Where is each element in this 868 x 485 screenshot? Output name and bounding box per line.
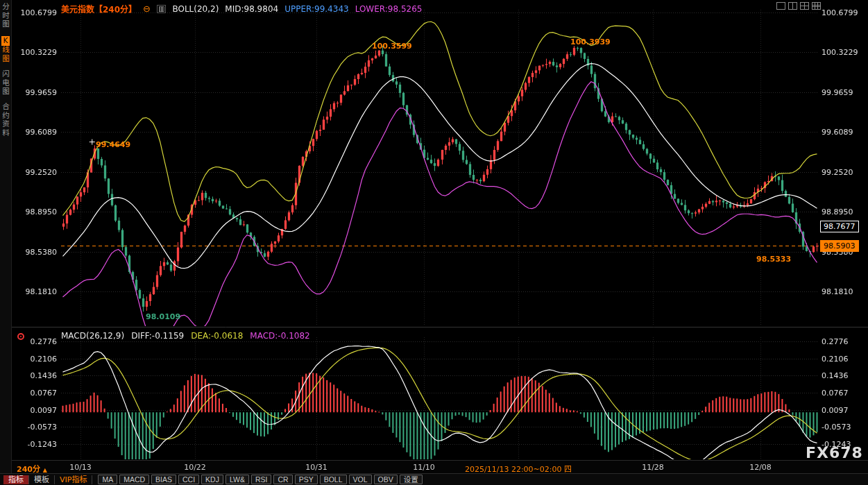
period-label[interactable]: 240分 ▲ [17,463,47,474]
price-badge-last: 98.5903 [820,240,859,252]
indicator-button-PSY[interactable]: PSY [295,475,318,484]
toolbar-left-group: 指标模板VIP指标 [3,475,92,484]
price-tick-left: 98.5380 [12,248,57,257]
watermark: FX678 [806,444,863,461]
price-tick-right: 99.2520 [822,168,853,177]
macd-dea-value: DEA:-0.0618 [191,331,243,341]
macd-macd-value: MACD:-0.1082 [250,331,309,341]
price-tick-left: 98.1810 [12,287,57,296]
price-tick-right: 98.1810 [822,287,853,296]
indicator-button-OBV[interactable]: OBV [374,475,398,484]
price-tick-right: 98.8950 [822,207,853,216]
indicator-button-MA[interactable]: MA [98,475,117,484]
boll-lower-value: LOWER:98.5265 [355,4,423,14]
price-tick-right: 100.6799 [822,8,858,17]
time-label[interactable]: 11/28 [642,463,664,472]
toolbar-item-指标[interactable]: 指标 [3,475,29,484]
indicator-button-VOL[interactable]: VOL [349,475,372,484]
indicator-toolbar: 指标模板VIP指标 MAMACDBIASCCIKDJLW&RSICRPSYBOL… [0,473,868,485]
macd-tick-right: 0.0767 [822,389,849,398]
candle-style-icon[interactable]: ▥ [157,5,166,13]
macd-tick-left: 0.2106 [12,355,57,364]
zoom-out-icon[interactable]: ⊖ [143,6,151,12]
indicator-button-BOLL[interactable]: BOLL [320,475,347,484]
indicator-button-CCI[interactable]: CCI [178,475,199,484]
price-annotation: 100.3939 [570,37,611,46]
price-annotation: 98.5333 [756,255,791,264]
price-tick-right: 100.3229 [822,48,858,57]
layout-icons-group [776,2,821,10]
indicator-button-设置[interactable]: 设置 [400,475,423,484]
time-label[interactable]: 10/31 [305,463,327,472]
boll-upper-value: UPPER:99.4343 [284,4,348,14]
trading-app: 分时图K线图闪电图合约资料 美元指数【240分】 ⊖ ▥ BOLL(20,2) … [0,0,868,485]
price-annotation: 98.0109 [146,312,180,321]
layout-two-pane-icon[interactable] [788,2,797,10]
price-tick-left: 100.3229 [12,48,57,57]
toolbar-item-VIP指标[interactable]: VIP指标 [55,475,92,484]
indicator-button-KDJ[interactable]: KDJ [201,475,223,484]
chart-header: 美元指数【240分】 ⊖ ▥ BOLL(20,2) MID:98.9804 UP… [61,3,422,15]
layout-four-pane-icon[interactable] [800,2,809,10]
macd-tick-right: 0.2106 [822,355,849,364]
time-label-current[interactable]: 2025/11/13 22:00~02:00 四 [465,463,572,474]
toolbar-item-模板[interactable]: 模板 [29,475,55,484]
chart-canvas[interactable] [0,0,868,485]
price-badge-mid: 98.7677 [820,221,859,232]
toolbar-buttons-group: MAMACDBIASCCIKDJLW&RSICRPSYBOLLVOLOBV设置 [98,475,422,484]
price-tick-right: 99.6089 [822,128,853,137]
price-tick-right: 99.9659 [822,88,853,97]
indicator-button-BIAS[interactable]: BIAS [151,475,176,484]
sidebar-item-4[interactable]: 合约资料 [1,103,10,137]
price-annotation: 100.3599 [372,42,412,51]
macd-header: MACD(26,12,9) DIFF:-0.1159 DEA:-0.0618 M… [61,331,310,341]
macd-tick-left: -0.1243 [12,440,57,449]
time-label[interactable]: 11/10 [413,463,435,472]
time-axis: 240分 ▲ 10/1310/2210/3111/102025/11/13 22… [0,460,868,473]
time-label[interactable]: 12/08 [749,463,772,472]
layout-single-icon[interactable] [776,2,785,10]
price-tick-left: 98.8950 [12,207,57,216]
price-tick-left: 99.6089 [12,128,57,137]
time-label[interactable]: 10/22 [184,463,206,472]
sidebar-item-2[interactable]: K线图 [1,36,10,63]
macd-tick-left: 0.1436 [12,371,57,380]
sidebar-item-3[interactable]: 闪电图 [1,70,10,96]
macd-tick-right: 0.0097 [822,406,849,415]
macd-tick-right: 0.1436 [822,371,849,380]
time-label[interactable]: 10/13 [69,463,92,472]
price-tick-left: 99.9659 [12,88,57,97]
macd-tick-left: 0.0097 [12,406,57,415]
macd-tick-right: 0.2776 [822,337,849,346]
macd-tick-left: 0.0767 [12,389,57,398]
indicator-target-icon[interactable] [17,333,24,340]
price-tick-left: 99.2520 [12,168,57,177]
price-tick-left: 100.6799 [12,8,57,17]
boll-label: BOLL(20,2) [172,4,219,14]
macd-title: MACD(26,12,9) [61,331,124,341]
layout-nine-pane-icon[interactable] [812,2,821,10]
indicator-button-CR[interactable]: CR [273,475,292,484]
indicator-button-LW&[interactable]: LW& [225,475,249,484]
sidebar-item-1[interactable]: 分时图 [1,3,10,29]
boll-mid-value: MID:98.9804 [225,4,278,14]
period-up-icon: ▲ [43,467,47,473]
symbol-title: 美元指数【240分】 [61,3,137,15]
sidebar: 分时图K线图闪电图合约资料 [0,0,12,485]
price-annotation: 99.4649 [96,140,130,149]
indicator-button-MACD[interactable]: MACD [119,475,149,484]
macd-diff-value: DIFF:-0.1159 [131,331,184,341]
indicator-button-RSI[interactable]: RSI [251,475,272,484]
macd-tick-left: -0.0573 [12,423,57,432]
macd-tick-right: -0.0573 [822,423,851,432]
